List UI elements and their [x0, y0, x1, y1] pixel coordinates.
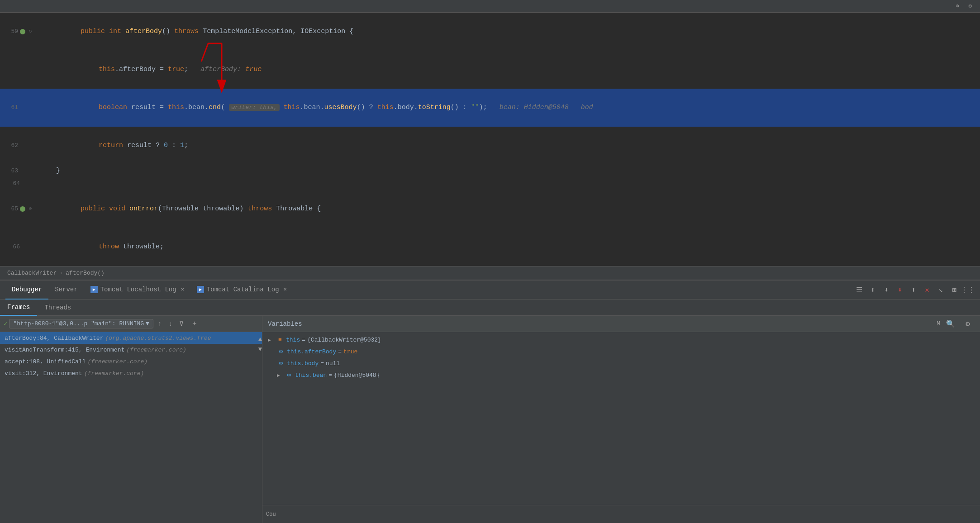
- frames-down-btn[interactable]: ↓: [166, 319, 175, 328]
- frames-list: afterBody:84, CallbackWriter (org.apache…: [0, 332, 262, 523]
- bottom-panel: Debugger Server ▶ Tomcat Localhost Log ✕…: [0, 280, 980, 523]
- target-icon[interactable]: ⊕: [953, 2, 962, 11]
- breakpoint-59[interactable]: [20, 29, 25, 34]
- toolbar-stepout-btn[interactable]: ⬆: [907, 284, 920, 296]
- var-item-this: ▶ ≡ this = {CallbackWriter@5032}: [262, 334, 980, 346]
- line-number-59: 59 ⊖: [0, 13, 36, 51]
- code-container: 59 ⊖ public int afterBody() throws Templ…: [0, 13, 980, 266]
- variables-header: Variables M 🔍 ⚙: [262, 316, 980, 332]
- code-line-63: 63 }: [0, 165, 980, 177]
- tab-server[interactable]: Server: [48, 281, 84, 300]
- breadcrumb-bar: CallbackWriter › afterBody(): [0, 266, 980, 280]
- tomcat-icon-2: ▶: [197, 286, 204, 293]
- breakpoint-65[interactable]: [20, 206, 25, 212]
- toolbar-stepinto-btn[interactable]: ⬇: [894, 284, 906, 296]
- var-icon-bean: ∞: [285, 371, 293, 379]
- variables-panel: Variables M 🔍 ⚙ ▶ ≡ this = {CallbackWr: [262, 316, 980, 523]
- frame-item-2[interactable]: accept:108, UnifiedCall (freemarker.core…: [0, 356, 262, 367]
- frame-item-3[interactable]: visit:312, Environment (freemarker.core): [0, 367, 262, 379]
- code-line-61: 61 boolean result = this.bean.end( write…: [0, 89, 980, 127]
- frame-class-1: (freemarker.core): [126, 347, 186, 353]
- panel-tab-frames[interactable]: Frames: [0, 300, 37, 316]
- toolbar-stepover-btn[interactable]: ⬇: [880, 284, 893, 296]
- var-name-afterbody: this.afterBody: [287, 348, 336, 355]
- variables-search-btn[interactable]: 🔍: [944, 318, 957, 330]
- tab-tomcat-localhost-label: Tomcat Localhost Log: [100, 286, 176, 293]
- frame-class-0: (org.apache.struts2.views.free: [105, 335, 211, 342]
- frame-item-1[interactable]: visitAndTransform:415, Environment (free…: [0, 344, 262, 356]
- frames-scroll-down[interactable]: ▼: [256, 345, 262, 354]
- frames-filter-btn[interactable]: ⊽: [177, 319, 186, 328]
- frames-up-btn[interactable]: ↑: [155, 319, 164, 328]
- tab-tomcat-localhost-close[interactable]: ✕: [181, 286, 184, 293]
- frames-scroll-up[interactable]: ▲: [256, 335, 262, 344]
- line-number-64: 64: [0, 177, 36, 190]
- frame-class-2: (freemarker.core): [87, 358, 147, 365]
- frame-item-0[interactable]: afterBody:84, CallbackWriter (org.apache…: [0, 332, 262, 344]
- var-item-afterbody: ∞ this.afterBody = true: [262, 346, 980, 357]
- frames-panel: ✓ "http-8080-1"@3,0...p "main": RUNNING …: [0, 316, 262, 523]
- fold-60: [27, 67, 33, 73]
- var-value-body: null: [326, 360, 340, 367]
- code-content-62: return result ? 0 : 1;: [36, 127, 980, 165]
- panel-tab-threads[interactable]: Threads: [37, 300, 78, 316]
- status-bar: ⊕ ⚙: [0, 0, 980, 13]
- var-value-bean: {Hidden@5048}: [334, 372, 380, 379]
- fold-65[interactable]: ⊖: [27, 206, 33, 212]
- fold-61: [20, 105, 26, 111]
- line-number-60: [0, 51, 36, 89]
- var-name-body: this.body: [287, 360, 319, 367]
- tab-tomcat-catalina-close[interactable]: ✕: [284, 286, 287, 293]
- code-content-60: this.afterBody = true; afterBody: true: [36, 51, 980, 89]
- tab-tomcat-localhost[interactable]: ▶ Tomcat Localhost Log ✕: [84, 281, 190, 300]
- code-line-59: 59 ⊖ public int afterBody() throws Templ…: [0, 13, 980, 51]
- tomcat-icon-1: ▶: [90, 286, 98, 293]
- thread-dropdown[interactable]: "http-8080-1"@3,0...p "main": RUNNING ▼: [9, 319, 153, 328]
- frame-class-3: (freemarker.core): [84, 370, 144, 377]
- var-icon-afterbody: ∞: [277, 348, 285, 355]
- tab-debugger-label: Debugger: [12, 286, 42, 293]
- code-content-59: public int afterBody() throws TemplateMo…: [36, 13, 980, 51]
- code-content-66: throw throwable;: [36, 228, 980, 266]
- var-equals-bean: =: [328, 372, 332, 379]
- toolbar-menu-btn[interactable]: ☰: [853, 284, 866, 296]
- toolbar-resume-btn[interactable]: ⬆: [866, 284, 879, 296]
- editor-area: 59 ⊖ public int afterBody() throws Templ…: [0, 13, 980, 266]
- line-number-61: 61: [0, 89, 36, 127]
- frame-method-2: accept:108, UnifiedCall: [5, 358, 86, 365]
- code-line-60: this.afterBody = true; afterBody: true: [0, 51, 980, 89]
- var-value-afterbody: true: [343, 348, 357, 355]
- code-content-61: boolean result = this.bean.end( writer: …: [36, 89, 980, 127]
- toolbar-more-btn[interactable]: ⋮⋮: [961, 284, 974, 296]
- code-content-64: [36, 177, 980, 190]
- var-equals-afterbody: =: [338, 348, 342, 355]
- var-name-this: this: [286, 337, 300, 343]
- frame-method-3: visit:312, Environment: [5, 370, 82, 377]
- code-content-63: }: [36, 165, 980, 177]
- panel-tabs-row: Frames Threads: [0, 300, 980, 316]
- code-line-66: 66 throw throwable;: [0, 228, 980, 266]
- frames-scroll-controls: ▲ ▼: [256, 335, 262, 354]
- var-equals-this: =: [302, 337, 305, 343]
- line-number-66: 66: [0, 228, 36, 266]
- variables-settings-btn[interactable]: ⚙: [961, 318, 974, 330]
- toolbar-run-btn[interactable]: ✕: [921, 284, 933, 296]
- code-line-62: 62 return result ? 0 : 1;: [0, 127, 980, 165]
- var-expand-bean[interactable]: ▶: [277, 372, 283, 378]
- frames-add-btn[interactable]: +: [188, 318, 201, 330]
- var-icon-this: ≡: [276, 337, 284, 343]
- tab-server-label: Server: [55, 286, 77, 293]
- toolbar-table-btn[interactable]: ⊞: [948, 284, 961, 296]
- tab-tomcat-catalina[interactable]: ▶ Tomcat Catalina Log ✕: [190, 281, 293, 300]
- panel-tab-threads-label: Threads: [44, 304, 71, 311]
- code-line-64: 64: [0, 177, 980, 190]
- breadcrumb-separator: ›: [59, 270, 63, 276]
- toolbar-eval-btn[interactable]: ↘: [934, 284, 947, 296]
- fold-59[interactable]: ⊖: [27, 29, 33, 35]
- frame-method-0: afterBody:84, CallbackWriter: [5, 335, 103, 342]
- gear-icon[interactable]: ⚙: [966, 2, 975, 11]
- variables-right-label: M: [937, 320, 940, 327]
- var-icon-body: ∞: [277, 360, 285, 367]
- var-expand-this[interactable]: ▶: [268, 337, 274, 343]
- tab-debugger[interactable]: Debugger: [5, 281, 48, 300]
